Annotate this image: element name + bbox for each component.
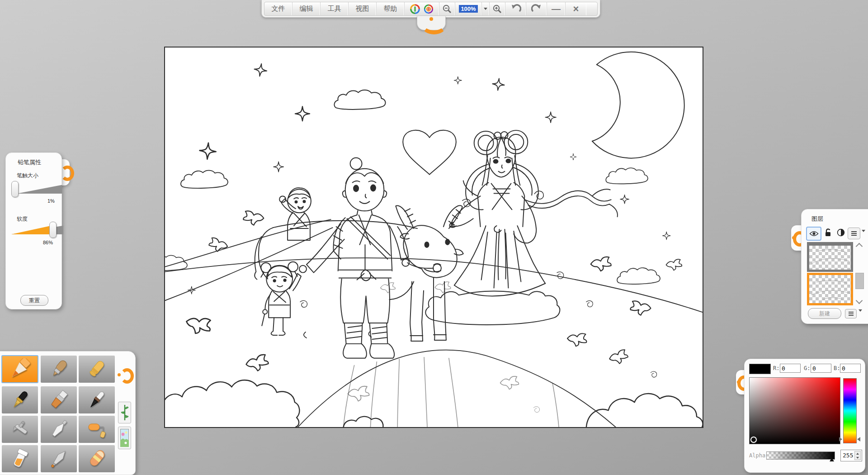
red-label: R: (773, 365, 779, 371)
color-picker-panel: R: G: B: Alpha 255 (744, 359, 865, 473)
alpha-spinner[interactable] (854, 451, 861, 460)
blue-label: B: (834, 365, 840, 371)
magpie-birds (184, 211, 682, 372)
layers-scroll-down[interactable] (857, 298, 862, 303)
hue-marker-left[interactable] (839, 437, 842, 442)
heart (403, 130, 456, 175)
tool-dropper-pastel[interactable] (41, 445, 77, 472)
orange-smile-icon (422, 17, 446, 34)
menu-view[interactable]: 视图 (349, 2, 377, 15)
red-field[interactable] (780, 364, 801, 373)
picture-template-button[interactable] (118, 427, 131, 449)
crescent-moon (592, 52, 684, 158)
menu-edit-label: 编辑 (300, 5, 313, 13)
brush-size-slider-handle[interactable] (11, 181, 19, 197)
layer-lock-button[interactable] (824, 228, 832, 239)
drawing-canvas[interactable] (164, 47, 703, 428)
bamboo-icon (121, 404, 129, 421)
softness-slider-handle[interactable] (49, 222, 57, 238)
paint-roller-icon (86, 418, 108, 440)
menu-tools-label: 工具 (328, 5, 341, 13)
sv-cursor (750, 437, 757, 443)
tool-crayon[interactable] (79, 356, 115, 383)
menu-tools[interactable]: 工具 (321, 2, 349, 15)
handle-arc-icon (120, 368, 134, 384)
cloud-banks (165, 380, 703, 427)
close-button[interactable]: × (566, 2, 586, 15)
green-field[interactable] (811, 364, 831, 373)
reset-button[interactable]: 重置 (20, 295, 48, 306)
tool-flat-brush[interactable] (41, 386, 77, 413)
zoom-level-dropdown[interactable] (482, 2, 490, 15)
saturation-value-box[interactable] (749, 377, 840, 444)
brush-size-label: 笔触大小 (17, 172, 38, 180)
alpha-value-box[interactable]: 255 (840, 450, 862, 461)
toolbar-strip: 文件 编辑 工具 视图 帮助 (264, 2, 598, 16)
layer-2-thumbnail[interactable] (807, 273, 853, 305)
tool-paint-roller[interactable] (79, 416, 115, 443)
hue-bar[interactable] (843, 378, 857, 443)
pencil-tip-icon (7, 358, 33, 380)
layer-blend-button[interactable] (837, 228, 845, 238)
menu-help[interactable]: 帮助 (377, 2, 405, 15)
zoom-in-button[interactable] (490, 2, 505, 15)
unlock-icon (824, 228, 832, 237)
current-color-swatch[interactable] (749, 364, 771, 374)
color-ring-icon (423, 4, 434, 14)
app-logo-buttons[interactable] (405, 2, 439, 15)
layers-scrollbar-thumb[interactable] (855, 273, 864, 289)
flat-brush-icon (48, 389, 70, 411)
new-layer-label: 新建 (819, 310, 830, 318)
bamboo-template-button[interactable] (118, 402, 131, 423)
handle-arc-icon (61, 166, 74, 181)
hue-marker-right[interactable] (857, 437, 860, 442)
tool-palette-knife[interactable] (41, 416, 77, 443)
brush-size-track[interactable] (17, 184, 62, 194)
redo-button[interactable] (526, 2, 547, 15)
paint-jar-icon (9, 448, 31, 470)
layer-options-caret[interactable] (862, 232, 865, 240)
layer-options-button[interactable] (848, 228, 860, 239)
tool-eraser[interactable] (79, 445, 115, 472)
alpha-slider[interactable] (766, 451, 835, 460)
menu-view-label: 视图 (356, 5, 369, 13)
top-toolbar: 文件 编辑 工具 视图 帮助 (261, 0, 600, 18)
dropper-pastel-icon (48, 448, 70, 470)
tool-pencil-tip[interactable] (2, 356, 38, 383)
menu-file[interactable]: 文件 (264, 2, 292, 15)
wooden-pencil-icon (48, 358, 70, 380)
alpha-marker[interactable] (830, 458, 834, 461)
palette-collapse-handle[interactable] (115, 363, 131, 387)
tool-wooden-pencil[interactable] (41, 356, 77, 383)
pencil-panel-title: 铅笔属性 (18, 158, 41, 166)
minimize-button[interactable]: — (547, 2, 566, 15)
tool-fountain-pen[interactable] (2, 386, 38, 413)
desktop: 文件 编辑 工具 视图 帮助 (0, 0, 868, 475)
tool-ink-brush[interactable] (79, 386, 115, 413)
layer-1-thumbnail[interactable] (807, 242, 853, 272)
layers-panel-title: 图层 (811, 215, 823, 223)
layers-menu-button[interactable] (845, 309, 857, 318)
chevron-down-icon (856, 297, 863, 304)
menu-edit[interactable]: 编辑 (292, 2, 321, 15)
spinner-up-icon (856, 453, 859, 455)
redo-arrow-icon (531, 4, 542, 14)
spinner-down-icon (856, 457, 859, 459)
zoom-level-field[interactable]: 100% (455, 2, 482, 15)
layers-menu-caret[interactable] (859, 312, 862, 320)
list-icon (851, 231, 857, 236)
palette-knife-icon (48, 418, 70, 440)
zoom-out-button[interactable] (439, 2, 455, 15)
alpha-label: Alpha (749, 452, 765, 459)
tool-airbrush[interactable] (2, 416, 38, 443)
undo-arrow-icon (510, 4, 521, 14)
magnifier-minus-icon (442, 4, 452, 14)
tool-paint-jar[interactable] (2, 445, 38, 472)
blue-field[interactable] (840, 364, 861, 373)
new-layer-button[interactable]: 新建 (808, 308, 841, 319)
layer-visibility-button[interactable] (806, 227, 821, 241)
undo-button[interactable] (505, 2, 526, 15)
alpha-value: 255 (843, 452, 853, 459)
layers-scroll-up[interactable] (857, 244, 862, 249)
toolbar-drag-handle[interactable] (417, 16, 446, 30)
